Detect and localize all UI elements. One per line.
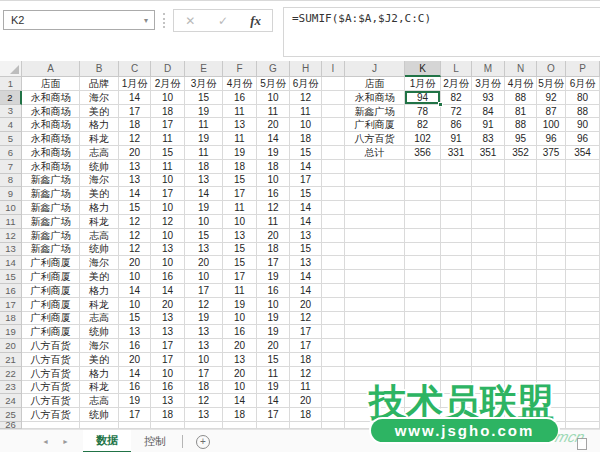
cell-G8[interactable]: 10: [257, 174, 290, 188]
row-header-3[interactable]: 3: [0, 105, 22, 119]
cell-D8[interactable]: 10: [151, 174, 185, 188]
cell-L10[interactable]: [441, 201, 472, 215]
cell-G11[interactable]: 11: [257, 215, 290, 229]
cell-P19[interactable]: [566, 325, 600, 339]
cell-M13[interactable]: [472, 243, 505, 257]
cell-A7[interactable]: 永和商场: [22, 160, 80, 174]
cell-H13[interactable]: 15: [290, 243, 322, 257]
cell-O24[interactable]: [537, 394, 566, 408]
row-header-15[interactable]: 15: [0, 270, 22, 284]
cell-H20[interactable]: 17: [290, 339, 322, 353]
cell-L23[interactable]: [441, 381, 472, 395]
cell-P9[interactable]: [566, 187, 600, 201]
cell-I13[interactable]: [322, 243, 345, 257]
cell-J5[interactable]: 八方百货: [345, 132, 405, 146]
cell-M19[interactable]: [472, 325, 505, 339]
cell-B7[interactable]: 统帅: [80, 160, 119, 174]
cell-L24[interactable]: [441, 394, 472, 408]
cell-I5[interactable]: [322, 132, 345, 146]
cell-O22[interactable]: [537, 367, 566, 381]
cell-E24[interactable]: 12: [185, 394, 223, 408]
cell-J14[interactable]: [345, 256, 405, 270]
cell-D22[interactable]: 10: [151, 367, 185, 381]
cell-H24[interactable]: 20: [290, 394, 322, 408]
cell-H7[interactable]: 14: [290, 160, 322, 174]
cell-E18[interactable]: 19: [185, 312, 223, 326]
cell-G6[interactable]: 19: [257, 146, 290, 160]
cell-F16[interactable]: 11: [223, 284, 257, 298]
cell-K7[interactable]: [405, 160, 441, 174]
cell-J23[interactable]: [345, 381, 405, 395]
cell-D20[interactable]: 17: [151, 339, 185, 353]
cell-E23[interactable]: 18: [185, 381, 223, 395]
cell-J22[interactable]: [345, 367, 405, 381]
fill-handle[interactable]: [438, 102, 443, 107]
cell-P14[interactable]: [566, 256, 600, 270]
cell-C5[interactable]: 12: [119, 132, 151, 146]
cell-O12[interactable]: [537, 229, 566, 243]
cell-D5[interactable]: 11: [151, 132, 185, 146]
cell-H2[interactable]: 12: [290, 91, 322, 105]
row-header-8[interactable]: 8: [0, 174, 22, 188]
cell-D18[interactable]: 13: [151, 312, 185, 326]
new-sheet-button[interactable]: +: [196, 435, 210, 449]
cell-P23[interactable]: [566, 381, 600, 395]
cell-D24[interactable]: 13: [151, 394, 185, 408]
cell-O14[interactable]: [537, 256, 566, 270]
cell-M23[interactable]: [472, 381, 505, 395]
cell-H23[interactable]: 11: [290, 381, 322, 395]
cell-D2[interactable]: 10: [151, 91, 185, 105]
cell-N18[interactable]: [505, 312, 537, 326]
cell-B8[interactable]: 海尔: [80, 174, 119, 188]
cell-H16[interactable]: 14: [290, 284, 322, 298]
cell-B22[interactable]: 格力: [80, 367, 119, 381]
cell-L17[interactable]: [441, 298, 472, 312]
cell-E10[interactable]: 19: [185, 201, 223, 215]
cell-C24[interactable]: 19: [119, 394, 151, 408]
cell-E15[interactable]: 10: [185, 270, 223, 284]
cell-B20[interactable]: 海尔: [80, 339, 119, 353]
cell-A16[interactable]: 广利商厦: [22, 284, 80, 298]
row-header-9[interactable]: 9: [0, 187, 22, 201]
cell-F20[interactable]: 20: [223, 339, 257, 353]
cell-G17[interactable]: 10: [257, 298, 290, 312]
cell-J13[interactable]: [345, 243, 405, 257]
cell-B23[interactable]: 科龙: [80, 381, 119, 395]
cell-D4[interactable]: 17: [151, 118, 185, 132]
cell-C22[interactable]: 14: [119, 367, 151, 381]
cell-H6[interactable]: 15: [290, 146, 322, 160]
cell-K14[interactable]: [405, 256, 441, 270]
cell-C3[interactable]: 17: [119, 105, 151, 119]
cell-N6[interactable]: 352: [505, 146, 537, 160]
cell-I16[interactable]: [322, 284, 345, 298]
cell-F9[interactable]: 17: [223, 187, 257, 201]
cell-O11[interactable]: [537, 215, 566, 229]
cell-J1[interactable]: 店面: [345, 77, 405, 91]
cell-P13[interactable]: [566, 243, 600, 257]
cell-B3[interactable]: 美的: [80, 105, 119, 119]
cell-L20[interactable]: [441, 339, 472, 353]
cell-F10[interactable]: 11: [223, 201, 257, 215]
cell-D12[interactable]: 10: [151, 229, 185, 243]
cell-A2[interactable]: 永和商场: [22, 91, 80, 105]
select-all-corner[interactable]: [0, 61, 22, 77]
cell-E9[interactable]: 14: [185, 187, 223, 201]
cell-I7[interactable]: [322, 160, 345, 174]
cell-O6[interactable]: 375: [537, 146, 566, 160]
cell-G9[interactable]: 16: [257, 187, 290, 201]
cell-O23[interactable]: [537, 381, 566, 395]
column-header-P[interactable]: P: [566, 61, 600, 77]
cell-H5[interactable]: 18: [290, 132, 322, 146]
cell-G18[interactable]: 19: [257, 312, 290, 326]
cell-H4[interactable]: 10: [290, 118, 322, 132]
cell-A23[interactable]: 八方百货: [22, 381, 80, 395]
cell-D17[interactable]: 20: [151, 298, 185, 312]
cell-J18[interactable]: [345, 312, 405, 326]
cell-E22[interactable]: 17: [185, 367, 223, 381]
tab-scroll-right-icon[interactable]: ►: [62, 438, 69, 445]
cell-I17[interactable]: [322, 298, 345, 312]
cell-P22[interactable]: [566, 367, 600, 381]
cell-J3[interactable]: 新鑫广场: [345, 105, 405, 119]
cell-G24[interactable]: 14: [257, 394, 290, 408]
cell-F14[interactable]: 15: [223, 256, 257, 270]
